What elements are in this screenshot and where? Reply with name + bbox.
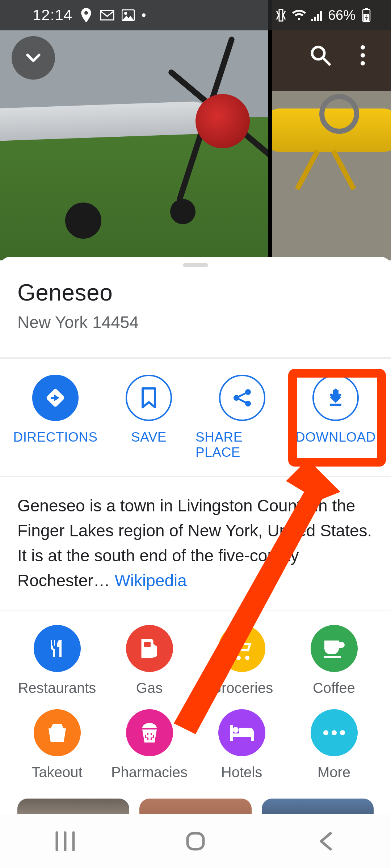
coffee-icon — [311, 625, 358, 672]
svg-rect-24 — [188, 833, 203, 849]
more-vert-icon — [361, 45, 365, 50]
recents-button[interactable] — [49, 829, 81, 854]
share-icon — [219, 375, 265, 421]
category-label: Hotels — [221, 764, 262, 780]
category-label: Takeout — [31, 764, 82, 780]
category-more[interactable]: More — [288, 709, 380, 780]
category-coffee[interactable]: Coffee — [288, 625, 380, 696]
hotels-icon — [218, 709, 265, 756]
svg-rect-13 — [144, 642, 151, 647]
overflow-menu-button[interactable] — [352, 43, 374, 68]
collapse-button[interactable] — [12, 36, 55, 80]
category-takeout[interactable]: Takeout — [11, 709, 103, 780]
action-label: SHARE PLACE — [196, 430, 289, 460]
place-sheet: Geneseo New York 14454 DIRECTIONS SAVE — [0, 257, 391, 846]
place-subtitle: New York 14454 — [17, 312, 374, 332]
action-label: SAVE — [131, 430, 167, 445]
place-title: Geneseo — [17, 279, 374, 306]
category-label: Gas — [136, 680, 163, 696]
more-icon — [311, 709, 358, 756]
svg-point-10 — [245, 401, 251, 407]
svg-point-1 — [124, 12, 127, 15]
svg-point-17 — [323, 730, 328, 735]
notification-dot-icon — [142, 13, 146, 17]
back-icon — [317, 830, 335, 852]
category-label: Pharmacies — [111, 764, 188, 780]
svg-point-8 — [245, 389, 251, 395]
save-button[interactable]: SAVE — [102, 375, 196, 460]
home-button[interactable] — [179, 829, 212, 854]
image-icon — [121, 8, 135, 22]
category-grid: Restaurants Gas Groceries Coffee Takeout — [0, 610, 391, 788]
bookmark-icon — [126, 375, 172, 421]
category-gas[interactable]: Gas — [103, 625, 196, 696]
statusbar-right: 66% — [274, 8, 374, 23]
vibrate-icon — [274, 8, 288, 22]
recents-icon — [53, 830, 77, 852]
svg-point-18 — [332, 730, 337, 735]
search-button[interactable] — [308, 43, 333, 68]
statusbar: 12:14 66% — [0, 0, 391, 30]
restaurants-icon — [34, 625, 81, 672]
search-icon — [309, 44, 332, 67]
svg-rect-14 — [324, 656, 341, 658]
takeout-icon — [34, 709, 81, 756]
svg-point-19 — [340, 730, 345, 735]
place-description: Geneseo is a town in Livingston County i… — [0, 477, 391, 610]
action-label: DIRECTIONS — [13, 430, 97, 445]
svg-line-6 — [323, 58, 329, 64]
chevron-down-icon — [23, 48, 43, 68]
battery-icon — [359, 8, 374, 22]
groceries-icon — [218, 625, 265, 672]
category-label: Groceries — [210, 680, 273, 696]
wifi-icon — [292, 8, 306, 22]
location-icon — [79, 8, 93, 22]
category-groceries[interactable]: Groceries — [196, 625, 288, 696]
gas-icon — [126, 625, 173, 672]
wikipedia-link[interactable]: Wikipedia — [114, 571, 186, 590]
drag-handle[interactable] — [183, 263, 208, 267]
place-header: Geneseo New York 14454 — [0, 277, 391, 357]
place-photo-2[interactable] — [272, 0, 391, 260]
annotation-highlight — [288, 369, 386, 467]
category-label: Coffee — [313, 680, 355, 696]
home-icon — [185, 830, 206, 852]
statusbar-left: 12:14 — [33, 7, 146, 24]
category-restaurants[interactable]: Restaurants — [11, 625, 103, 696]
svg-point-9 — [234, 395, 239, 401]
system-navbar — [0, 814, 391, 868]
pharmacies-icon — [126, 709, 173, 756]
clock: 12:14 — [33, 7, 72, 24]
back-button[interactable] — [310, 829, 342, 854]
share-button[interactable]: SHARE PLACE — [196, 375, 289, 460]
battery-text: 66% — [328, 8, 356, 23]
category-pharmacies[interactable]: Pharmacies — [103, 709, 196, 780]
signal-icon — [310, 8, 324, 22]
gmail-icon — [100, 8, 114, 22]
description-text: Geneseo is a town in Livingston County i… — [17, 496, 372, 590]
directions-button[interactable]: DIRECTIONS — [9, 375, 102, 460]
directions-icon — [32, 375, 79, 421]
category-label: More — [318, 764, 350, 780]
category-label: Restaurants — [18, 680, 96, 696]
category-hotels[interactable]: Hotels — [196, 709, 288, 780]
svg-rect-3 — [365, 8, 368, 10]
place-photos[interactable] — [0, 0, 391, 260]
